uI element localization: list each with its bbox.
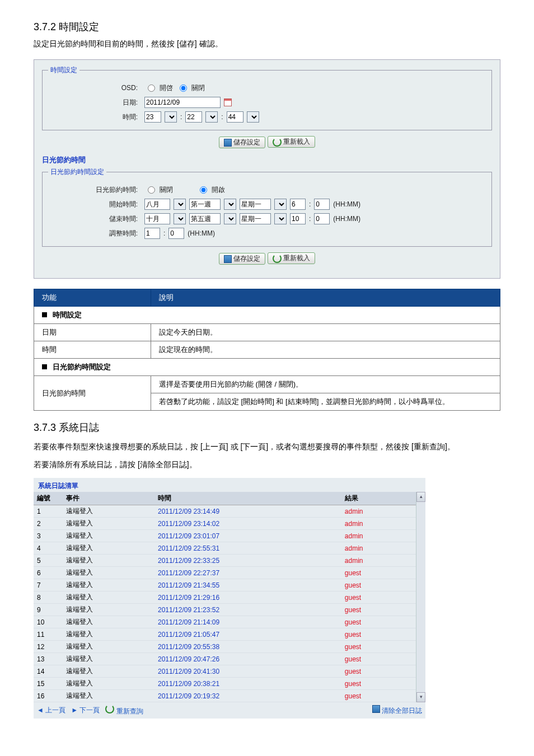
time-fieldset: 時間設定 OSD: 開啓 關閉 日期: 時間: : :	[42, 65, 492, 130]
reload-button-2[interactable]: 重新載入	[268, 252, 315, 264]
table-row: 10遠端登入2011/12/09 21:14:09guest	[34, 616, 425, 628]
dst-heading: 日光節約時間	[42, 155, 492, 165]
scroll-up-icon[interactable]: ▴	[416, 492, 425, 502]
reload-button[interactable]: 重新載入	[268, 136, 315, 148]
start-hh[interactable]	[290, 199, 306, 210]
time-settings-panel: 時間設定 OSD: 開啓 關閉 日期: 時間: : : 儲存設定 重新載入 日光…	[34, 59, 500, 279]
table-row: 13遠端登入2011/12/09 20:47:26guest	[34, 653, 425, 665]
calendar-icon[interactable]	[224, 98, 232, 106]
dst-fieldset: 日光節約時間設定 日光節約時間: 關閉 開啟 開始時間: : (HH:MM) 儲…	[42, 167, 492, 247]
osd-label: OSD:	[48, 84, 141, 92]
table-row: 9遠端登入2011/12/09 21:23:52guest	[34, 604, 425, 616]
table-row: 16遠端登入2011/12/09 20:19:32guest	[34, 690, 425, 702]
end-mm[interactable]	[314, 213, 330, 224]
syslog-intro-1: 若要依事件類型來快速搜尋想要的系統日誌，按 [上一頁] 或 [下一頁]，或者勾選…	[34, 442, 500, 452]
second-input[interactable]	[227, 111, 243, 123]
table-row: 15遠端登入2011/12/09 20:38:21guest	[34, 678, 425, 690]
scroll-down-icon[interactable]: ▾	[416, 692, 425, 702]
start-week[interactable]	[189, 199, 221, 210]
osd-on-radio[interactable]	[148, 84, 155, 92]
time-legend: 時間設定	[48, 65, 79, 75]
dst-off-radio[interactable]	[148, 186, 155, 194]
table-row: 4遠端登入2011/12/09 22:55:31admin	[34, 542, 425, 555]
reload-icon	[105, 705, 114, 713]
syslog-intro-2: 若要清除所有系統日誌，請按 [清除全部日誌]。	[34, 460, 500, 470]
syslog-title: 系統日誌清單	[34, 478, 425, 492]
table-row: 11遠端登入2011/12/09 21:05:47guest	[34, 628, 425, 641]
table-row: 6遠端登入2011/12/09 22:27:37guest	[34, 567, 425, 579]
end-label: 儲束時間:	[48, 214, 141, 224]
next-page[interactable]: ► 下一頁	[71, 706, 100, 715]
save-button-2[interactable]: 儲存設定	[219, 253, 265, 265]
reload-icon	[273, 254, 282, 263]
minute-input[interactable]	[185, 111, 202, 123]
date-input[interactable]	[144, 97, 221, 108]
adjust-label: 調整時間:	[48, 229, 141, 238]
adj-mm[interactable]	[168, 228, 184, 239]
end-day[interactable]	[240, 213, 271, 224]
start-day[interactable]	[240, 199, 271, 210]
table-row: 3遠端登入2011/12/09 23:01:07admin	[34, 530, 425, 542]
clear-logs[interactable]: 清除全部日誌	[372, 705, 422, 716]
section-heading: 3.7.2 時間設定	[34, 20, 500, 34]
start-month[interactable]	[144, 199, 170, 210]
dst-on-radio[interactable]	[200, 186, 207, 194]
table-row: 8遠端登入2011/12/09 21:29:16guest	[34, 591, 425, 604]
start-label: 開始時間:	[48, 200, 141, 209]
delete-icon	[372, 705, 380, 713]
end-week[interactable]	[189, 213, 221, 224]
hour-input[interactable]	[144, 111, 161, 123]
date-label: 日期:	[48, 98, 141, 107]
intro-text: 設定日光節約時間和目前的時間，然後按 [儲存] 確認。	[34, 39, 500, 49]
end-hh[interactable]	[290, 213, 306, 224]
dst-enable-label: 日光節約時間:	[48, 185, 141, 195]
table-row: 5遠端登入2011/12/09 22:33:25admin	[34, 555, 425, 567]
reload-icon	[273, 138, 282, 147]
prev-page[interactable]: ◄ 上一頁	[37, 706, 65, 715]
scrollbar[interactable]: ▴ ▾	[416, 492, 425, 702]
minute-select[interactable]	[205, 111, 218, 123]
table-row: 1遠端登入2011/12/09 23:14:49admin	[34, 505, 425, 518]
description-table: 功能說明 時間設定 日期設定今天的日期。 時間設定現在的時間。 日光節約時間設定…	[34, 289, 500, 411]
save-icon	[224, 139, 232, 147]
time-label: 時間:	[48, 112, 141, 122]
start-mm[interactable]	[314, 199, 330, 210]
syslog-panel: 系統日誌清單 編號 事件 時間 結果 1遠端登入2011/12/09 23:14…	[34, 478, 425, 719]
table-row: 14遠端登入2011/12/09 20:41:30guest	[34, 665, 425, 678]
end-month[interactable]	[144, 213, 170, 224]
requery[interactable]: 重新查詢	[105, 705, 143, 716]
adj-hh[interactable]	[144, 228, 160, 239]
save-icon	[224, 255, 232, 263]
osd-off-radio[interactable]	[180, 84, 187, 92]
syslog-table: 編號 事件 時間 結果 1遠端登入2011/12/09 23:14:49admi…	[34, 492, 425, 702]
hour-select[interactable]	[165, 111, 177, 123]
dst-legend: 日光節約時間設定	[48, 167, 106, 177]
section-heading-2: 3.7.3 系統日誌	[34, 421, 500, 434]
second-select[interactable]	[247, 111, 259, 123]
table-row: 2遠端登入2011/12/09 23:14:02admin	[34, 518, 425, 530]
table-row: 12遠端登入2011/12/09 20:55:38guest	[34, 641, 425, 653]
table-row: 7遠端登入2011/12/09 21:34:55guest	[34, 579, 425, 591]
save-button[interactable]: 儲存設定	[219, 137, 265, 148]
